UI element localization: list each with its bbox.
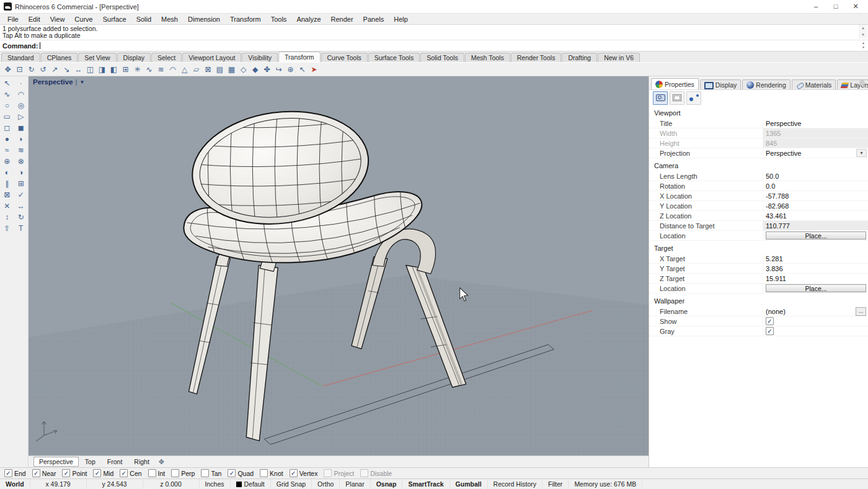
osnap-int-checkbox[interactable] (148, 469, 156, 477)
osnap-tan-checkbox[interactable] (201, 469, 209, 477)
viewport-title-menu[interactable]: Perspective | ▼ (33, 78, 85, 86)
polar-array-icon[interactable]: ✳ (131, 64, 143, 75)
osnap-knot[interactable]: Knot (260, 469, 283, 477)
toolbar-tab-drafting[interactable]: Drafting (562, 53, 597, 62)
osnap-near-checkbox[interactable]: ✓ (32, 469, 40, 477)
viewport-tab-front[interactable]: Front (102, 457, 128, 467)
perspective-viewport[interactable]: Perspective | ▼ (29, 76, 649, 455)
bend-icon[interactable]: ◠ (167, 64, 179, 75)
maximize-button[interactable]: □ (826, 2, 846, 11)
maelstrom-icon[interactable]: ▦ (226, 64, 237, 75)
osnap-cen-checkbox[interactable]: ✓ (120, 469, 128, 477)
toolbar-tab-set-view[interactable]: Set View (78, 53, 116, 62)
menu-panels[interactable]: Panels (358, 16, 389, 23)
fillet-icon[interactable]: ◐ (0, 168, 14, 177)
osnap-end-checkbox[interactable]: ✓ (4, 469, 12, 477)
osnap-project[interactable]: Project (324, 469, 354, 477)
toolbar-tab-display[interactable]: Display (117, 53, 151, 62)
menu-edit[interactable]: Edit (24, 16, 45, 23)
prop-value-filename[interactable]: (none)... (763, 307, 868, 316)
taper-icon[interactable]: △ (179, 64, 190, 75)
osnap-quad[interactable]: ✓Quad (228, 469, 254, 477)
panel-tab-display[interactable]: Display (700, 79, 741, 89)
gray-checkbox[interactable]: ✓ (766, 327, 774, 335)
scroll-up-icon[interactable]: ▲ (859, 25, 867, 32)
command-history-scrollbar[interactable]: ▲ ▼ (859, 25, 867, 38)
location-place-button[interactable]: Place... (766, 231, 866, 240)
move-tool-icon[interactable]: ↔ (14, 201, 29, 211)
prop-value-x-location[interactable]: -57.788 (763, 191, 868, 200)
mirror-icon[interactable]: ◫ (84, 64, 96, 75)
projection-dropdown-button[interactable]: ▾ (856, 149, 867, 157)
osnap-vertex-checkbox[interactable]: ✓ (290, 469, 298, 477)
prop-value-x-target[interactable]: 5.281 (763, 254, 868, 263)
splop-icon[interactable]: ✤ (261, 64, 273, 75)
toolbar-tab-cplanes[interactable]: CPlanes (41, 53, 78, 62)
status-z-0-000[interactable]: z 0.000 (143, 479, 200, 489)
status-world[interactable]: World (0, 479, 30, 489)
panel-options-icon[interactable] (859, 80, 865, 86)
status-smarttrack[interactable]: SmartTrack (402, 479, 450, 489)
plane-icon[interactable]: ◻ (0, 123, 14, 133)
object-link-button[interactable] (686, 91, 701, 105)
menu-analyze[interactable]: Analyze (291, 16, 326, 23)
scroll-down-icon[interactable]: ▼ (859, 32, 867, 38)
gumball-relocate-icon[interactable]: ➤ (308, 64, 320, 75)
join-icon[interactable]: ✓ (14, 190, 29, 200)
panel-tab-properties[interactable]: Properties (651, 78, 699, 89)
prop-value-title[interactable]: Perspective (763, 119, 868, 128)
rotate-icon[interactable]: ↻ (25, 64, 37, 75)
prop-value-z-target[interactable]: 15.911 (763, 274, 868, 283)
toolbar-tab-visibility[interactable]: Visibility (242, 53, 278, 62)
status-inches[interactable]: Inches (200, 479, 231, 489)
blend-icon[interactable]: ◑ (14, 168, 29, 177)
spin-down-icon[interactable]: ▼ (860, 45, 867, 50)
osnap-end[interactable]: ✓End (4, 469, 26, 477)
menu-mesh[interactable]: Mesh (156, 16, 183, 23)
toolbar-tab-render-tools[interactable]: Render Tools (511, 53, 562, 62)
viewport-canvas[interactable] (29, 76, 649, 455)
flow-along-surface-icon[interactable]: ◆ (249, 64, 261, 75)
toolbar-tab-surface-tools[interactable]: Surface Tools (368, 53, 420, 62)
cylinder-icon[interactable]: ◗ (14, 134, 29, 144)
status-x-49-179[interactable]: x 49.179 (30, 479, 87, 489)
status-record-history[interactable]: Record History (488, 479, 542, 489)
osnap-point-checkbox[interactable]: ✓ (62, 469, 70, 477)
arc-icon[interactable]: ◠ (14, 89, 29, 99)
close-button[interactable]: ✕ (846, 2, 866, 11)
prop-value-y-target[interactable]: 3.836 (763, 264, 868, 273)
menu-curve[interactable]: Curve (69, 16, 97, 23)
location-place-button[interactable]: Place... (766, 284, 866, 292)
scale-2d-icon[interactable]: ◧ (108, 64, 120, 75)
minimize-button[interactable]: – (806, 2, 826, 11)
menu-dimension[interactable]: Dimension (183, 16, 225, 23)
status-y-24-543[interactable]: y 24.543 (87, 479, 143, 489)
panel-tab-rendering[interactable]: Rendering (742, 79, 790, 89)
toolbar-tab-select[interactable]: Select (151, 53, 182, 62)
orient-2pt-icon[interactable]: ↘ (61, 64, 73, 75)
scale-1d-icon[interactable]: ↔ (73, 64, 84, 75)
loft-icon[interactable]: ≈ (0, 145, 14, 155)
osnap-near[interactable]: ✓Near (32, 469, 56, 477)
osnap-perp-checkbox[interactable] (171, 469, 179, 477)
orient-on-surface-icon[interactable]: ◨ (96, 64, 108, 75)
explode-icon[interactable]: ✕ (0, 201, 14, 211)
ellipse-icon[interactable]: ◎ (14, 101, 29, 110)
cage-edit-icon[interactable]: ⊠ (202, 64, 214, 75)
viewport-tab-top[interactable]: Top (79, 457, 101, 467)
osnap-knot-checkbox[interactable] (260, 469, 268, 477)
viewport-properties-button[interactable] (653, 91, 668, 105)
trim-icon[interactable]: ⊠ (0, 190, 14, 200)
filename-browse-button[interactable]: ... (856, 307, 866, 316)
move-icon[interactable]: ✥ (2, 64, 14, 75)
surface-from-curves-icon[interactable]: ≋ (14, 145, 29, 155)
control-points-icon[interactable]: ∙ (14, 78, 29, 88)
status-default[interactable]: Default (231, 479, 271, 489)
spin-up-icon[interactable]: ▲ (860, 41, 867, 45)
copy-icon[interactable]: ⊡ (14, 64, 25, 75)
toolbar-tab-transform[interactable]: Transform (278, 52, 320, 62)
menu-render[interactable]: Render (326, 16, 358, 23)
vertical-move-icon[interactable]: ↕ (0, 212, 14, 222)
osnap-project-checkbox[interactable] (324, 469, 332, 477)
osnap-mid[interactable]: ✓Mid (93, 469, 113, 477)
